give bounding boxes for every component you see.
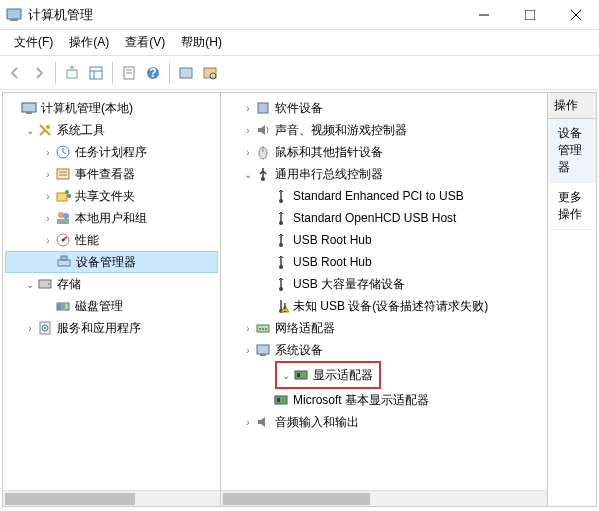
svg-point-29 [63, 213, 69, 219]
close-button[interactable] [553, 0, 599, 30]
chevron-right-icon[interactable]: › [23, 323, 37, 334]
device-label: USB Root Hub [293, 233, 376, 247]
actions-more[interactable]: 更多操作 [548, 183, 596, 230]
svg-point-20 [46, 125, 50, 129]
properties-icon[interactable] [118, 62, 140, 84]
content-area: 计算机管理(本地) ⌄ 系统工具 › 任务计划程序 › 事件查看器 › 共享文件 [2, 92, 597, 507]
svg-rect-61 [297, 373, 300, 377]
help-icon[interactable]: ? [142, 62, 164, 84]
device-category-system[interactable]: › 系统设备 [223, 339, 545, 361]
window-controls [461, 0, 599, 30]
refresh-icon[interactable] [175, 62, 197, 84]
up-icon[interactable] [61, 62, 83, 84]
svg-text:?: ? [149, 66, 156, 80]
tree-node-system-tools[interactable]: ⌄ 系统工具 [5, 119, 218, 141]
device-item-usb[interactable]: Standard Enhanced PCI to USB [223, 185, 545, 207]
tree-node-local-users[interactable]: › 本地用户和组 [5, 207, 218, 229]
device-tree-pane: › 软件设备 › 声音、视频和游戏控制器 › 鼠标和其他指针设备 ⌄ 通用串行总… [221, 93, 548, 506]
chevron-right-icon[interactable]: › [41, 147, 55, 158]
device-item-display[interactable]: Microsoft 基本显示适配器 [223, 389, 545, 411]
tree-node-performance[interactable]: › 性能 [5, 229, 218, 251]
tree-label: 任务计划程序 [75, 144, 151, 161]
svg-rect-39 [61, 303, 65, 310]
chevron-right-icon[interactable]: › [241, 345, 255, 356]
chevron-right-icon[interactable]: › [241, 417, 255, 428]
titlebar: 计算机管理 [0, 0, 599, 30]
tree-label: 设备管理器 [76, 254, 140, 271]
device-item-usb-unknown[interactable]: ! 未知 USB 设备(设备描述符请求失败) [223, 295, 545, 317]
tree-label: 服务和应用程序 [57, 320, 145, 337]
scrollbar-horizontal[interactable] [3, 490, 220, 506]
device-category-mouse[interactable]: › 鼠标和其他指针设备 [223, 141, 545, 163]
mouse-icon [255, 144, 271, 160]
usb-warn-icon: ! [273, 298, 289, 314]
chevron-right-icon[interactable]: › [41, 191, 55, 202]
chevron-right-icon[interactable]: › [41, 169, 55, 180]
maximize-button[interactable] [507, 0, 553, 30]
display-adapter-icon [273, 392, 289, 408]
svg-point-36 [48, 283, 50, 285]
actions-section[interactable]: 设备管理器 [548, 119, 596, 183]
device-label: 显示适配器 [313, 367, 377, 384]
tree-node-services-apps[interactable]: › 服务和应用程序 [5, 317, 218, 339]
scrollbar-horizontal[interactable] [221, 490, 547, 506]
audio-icon [255, 414, 271, 430]
tree-node-event-viewer[interactable]: › 事件查看器 [5, 163, 218, 185]
menu-view[interactable]: 查看(V) [117, 31, 173, 54]
svg-point-46 [261, 177, 265, 181]
chevron-right-icon[interactable]: › [241, 323, 255, 334]
chevron-down-icon[interactable]: ⌄ [279, 370, 293, 381]
tree-node-storage[interactable]: ⌄ 存储 [5, 273, 218, 295]
tree-node-shared-folders[interactable]: › 共享文件夹 [5, 185, 218, 207]
chevron-down-icon[interactable]: ⌄ [23, 125, 37, 136]
svg-rect-15 [180, 68, 192, 78]
scan-icon[interactable] [199, 62, 221, 84]
device-item-usb[interactable]: USB 大容量存储设备 [223, 273, 545, 295]
device-item-usb[interactable]: USB Root Hub [223, 229, 545, 251]
svg-point-55 [259, 328, 261, 330]
chevron-down-icon[interactable]: ⌄ [241, 169, 255, 180]
device-label: USB 大容量存储设备 [293, 276, 409, 293]
event-icon [55, 166, 71, 182]
device-item-usb[interactable]: Standard OpenHCD USB Host [223, 207, 545, 229]
device-item-usb[interactable]: USB Root Hub [223, 251, 545, 273]
minimize-button[interactable] [461, 0, 507, 30]
device-category-network[interactable]: › 网络适配器 [223, 317, 545, 339]
view-icon[interactable] [85, 62, 107, 84]
device-category-usb[interactable]: ⌄ 通用串行总线控制器 [223, 163, 545, 185]
svg-point-50 [279, 265, 283, 269]
tree-label: 共享文件夹 [75, 188, 139, 205]
tree-label: 计算机管理(本地) [41, 100, 137, 117]
chevron-right-icon[interactable]: › [41, 213, 55, 224]
tree-node-task-scheduler[interactable]: › 任务计划程序 [5, 141, 218, 163]
chevron-right-icon[interactable]: › [41, 235, 55, 246]
chevron-down-icon[interactable]: ⌄ [23, 279, 37, 290]
tree-label: 本地用户和组 [75, 210, 151, 227]
device-category-software[interactable]: › 软件设备 [223, 97, 545, 119]
device-category-display[interactable]: ⌄ 显示适配器 [279, 364, 377, 386]
menu-action[interactable]: 操作(A) [61, 31, 117, 54]
display-adapter-icon [293, 367, 309, 383]
usb-icon [273, 210, 289, 226]
menu-help[interactable]: 帮助(H) [173, 31, 230, 54]
tree-node-device-manager[interactable]: 设备管理器 [5, 251, 218, 273]
chevron-right-icon[interactable]: › [241, 147, 255, 158]
svg-rect-3 [525, 10, 535, 20]
svg-rect-59 [260, 354, 266, 356]
tree-label: 系统工具 [57, 122, 109, 139]
usb-icon [273, 254, 289, 270]
device-category-audio[interactable]: › 音频输入和输出 [223, 411, 545, 433]
menu-file[interactable]: 文件(F) [6, 31, 61, 54]
back-icon [4, 62, 26, 84]
chevron-right-icon[interactable]: › [241, 103, 255, 114]
svg-point-27 [67, 194, 71, 198]
svg-point-42 [44, 327, 46, 329]
svg-point-57 [265, 328, 267, 330]
chevron-right-icon[interactable]: › [241, 125, 255, 136]
device-label: 音频输入和输出 [275, 414, 363, 431]
device-category-sound[interactable]: › 声音、视频和游戏控制器 [223, 119, 545, 141]
tree-root[interactable]: 计算机管理(本地) [5, 97, 218, 119]
svg-rect-0 [7, 9, 21, 19]
device-tree: › 软件设备 › 声音、视频和游戏控制器 › 鼠标和其他指针设备 ⌄ 通用串行总… [221, 93, 547, 437]
tree-node-disk-management[interactable]: 磁盘管理 [5, 295, 218, 317]
